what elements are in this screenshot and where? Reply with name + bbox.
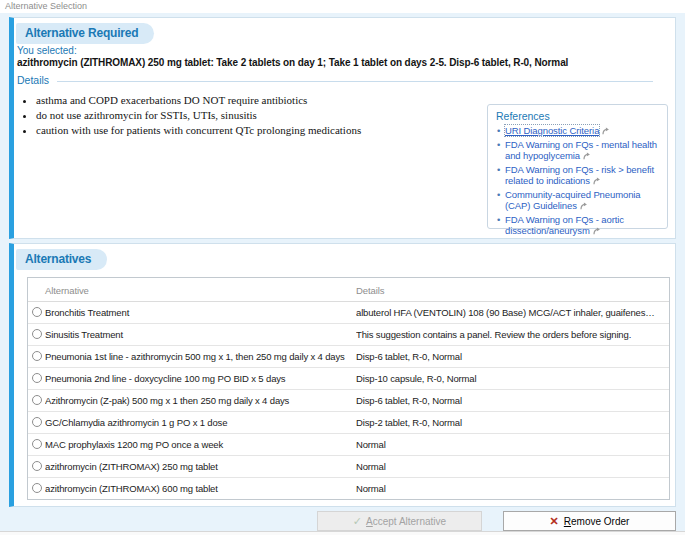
reference-item: FDA Warning on FQs - aortic dissection/a… bbox=[496, 214, 662, 238]
column-header-alternative: Alternative bbox=[45, 285, 89, 296]
reference-link[interactable]: FDA Warning on FQs - aortic dissection/a… bbox=[505, 214, 624, 237]
details-cell: Normal bbox=[356, 483, 666, 494]
table-row[interactable]: Azithromycin (Z-pak) 500 mg x 1 then 250… bbox=[28, 390, 669, 412]
radio-button[interactable] bbox=[32, 461, 42, 471]
references-list: URI Diagnostic Criteria FDA Warning on F… bbox=[496, 125, 662, 238]
reference-item: URI Diagnostic Criteria bbox=[496, 125, 662, 138]
bottom-strip bbox=[0, 531, 685, 535]
table-row[interactable]: Pneumonia 2nd line - doxycycline 100 mg … bbox=[28, 368, 669, 390]
reference-item: FDA Warning on FQs - risk > benefit rela… bbox=[496, 164, 662, 188]
external-link-icon bbox=[593, 226, 601, 238]
reference-link[interactable]: FDA Warning on FQs - risk > benefit rela… bbox=[505, 164, 654, 187]
details-bullet: asthma and COPD exacerbations DO NOT req… bbox=[36, 94, 486, 106]
radio-button[interactable] bbox=[32, 483, 42, 493]
radio-button[interactable] bbox=[32, 351, 42, 361]
table-row[interactable]: MAC prophylaxis 1200 mg PO once a week N… bbox=[28, 434, 669, 456]
details-divider bbox=[57, 81, 653, 82]
table-row[interactable]: Pneumonia 1st line - azithromycin 500 mg… bbox=[28, 346, 669, 368]
alternative-cell: Pneumonia 1st line - azithromycin 500 mg… bbox=[45, 351, 354, 362]
alternative-required-header: Alternative Required bbox=[16, 23, 154, 44]
radio-button[interactable] bbox=[32, 307, 42, 317]
radio-button[interactable] bbox=[32, 417, 42, 427]
details-cell: Disp-6 tablet, R-0, Normal bbox=[356, 351, 666, 362]
details-section-header: Details bbox=[17, 74, 661, 86]
details-cell: Disp-2 tablet, R-0, Normal bbox=[356, 417, 666, 428]
reference-link[interactable]: URI Diagnostic Criteria bbox=[505, 125, 599, 136]
external-link-icon bbox=[580, 201, 588, 213]
table-row[interactable]: Bronchitis Treatment albuterol HFA (VENT… bbox=[28, 302, 669, 324]
remove-order-button[interactable]: ✕Remove Order bbox=[503, 511, 676, 531]
alternative-required-panel: Alternative Required You selected: azith… bbox=[9, 17, 676, 239]
remove-label: emove Order bbox=[571, 516, 629, 527]
details-bullet-list: asthma and COPD exacerbations DO NOT req… bbox=[23, 94, 486, 139]
alternative-cell: azithromycin (ZITHROMAX) 600 mg tablet bbox=[45, 483, 354, 494]
references-title: References bbox=[496, 110, 662, 122]
table-row[interactable]: azithromycin (ZITHROMAX) 250 mg tablet N… bbox=[28, 456, 669, 478]
external-link-icon bbox=[583, 151, 591, 163]
alternative-cell: MAC prophylaxis 1200 mg PO once a week bbox=[45, 439, 354, 450]
alternative-cell: Bronchitis Treatment bbox=[45, 307, 354, 318]
alternative-cell: Azithromycin (Z-pak) 500 mg x 1 then 250… bbox=[45, 395, 354, 406]
details-cell: This suggestion contains a panel. Review… bbox=[356, 329, 666, 340]
alternative-cell: Pneumonia 2nd line - doxycycline 100 mg … bbox=[45, 373, 354, 384]
accept-label: ccept Alternative bbox=[373, 516, 446, 527]
alternative-cell: GC/Chlamydia azithromycin 1 g PO x 1 dos… bbox=[45, 417, 354, 428]
alternative-cell: azithromycin (ZITHROMAX) 250 mg tablet bbox=[45, 461, 354, 472]
details-cell: Disp-10 capsule, R-0, Normal bbox=[356, 373, 666, 384]
accept-accesskey: A bbox=[366, 516, 373, 527]
external-link-icon bbox=[602, 126, 610, 138]
details-label: Details bbox=[17, 74, 49, 86]
table-header-row: Alternative Details bbox=[28, 278, 669, 302]
checkmark-icon: ✓ bbox=[353, 515, 362, 527]
x-icon: ✕ bbox=[550, 515, 559, 527]
remove-accesskey: R bbox=[564, 516, 571, 527]
reference-item: FDA Warning on FQs - mental health and h… bbox=[496, 139, 662, 163]
you-selected-label: You selected: bbox=[17, 45, 77, 56]
alternative-cell: Sinusitis Treatment bbox=[45, 329, 354, 340]
details-cell: Normal bbox=[356, 461, 666, 472]
radio-button[interactable] bbox=[32, 439, 42, 449]
table-row[interactable]: GC/Chlamydia azithromycin 1 g PO x 1 dos… bbox=[28, 412, 669, 434]
radio-button[interactable] bbox=[32, 373, 42, 383]
column-header-details: Details bbox=[356, 285, 384, 296]
details-cell: albuterol HFA (VENTOLIN) 108 (90 Base) M… bbox=[356, 307, 666, 318]
details-cell: Normal bbox=[356, 439, 666, 450]
accept-alternative-button[interactable]: ✓Accept Alternative bbox=[317, 511, 482, 531]
reference-link[interactable]: FDA Warning on FQs - mental health and h… bbox=[505, 139, 657, 162]
reference-link[interactable]: Community-acquired Pneumonia (CAP) Guide… bbox=[505, 189, 641, 212]
selected-order-text: azithromycin (ZITHROMAX) 250 mg tablet: … bbox=[17, 57, 568, 68]
details-bullet: caution with use for patients with concu… bbox=[36, 124, 486, 136]
radio-button[interactable] bbox=[32, 329, 42, 339]
reference-item: Community-acquired Pneumonia (CAP) Guide… bbox=[496, 189, 662, 213]
table-row[interactable]: azithromycin (ZITHROMAX) 600 mg tablet N… bbox=[28, 478, 669, 499]
radio-button[interactable] bbox=[32, 395, 42, 405]
window-title: Alternative Selection bbox=[5, 1, 87, 11]
details-cell: Disp-6 tablet, R-0, Normal bbox=[356, 395, 666, 406]
alternatives-panel: Alternatives Alternative Details Bronchi… bbox=[9, 243, 676, 507]
external-link-icon bbox=[593, 176, 601, 188]
table-row[interactable]: Sinusitis Treatment This suggestion cont… bbox=[28, 324, 669, 346]
alternatives-table: Alternative Details Bronchitis Treatment… bbox=[27, 277, 670, 500]
alternatives-header: Alternatives bbox=[16, 249, 107, 270]
references-box: References URI Diagnostic Criteria FDA W… bbox=[487, 104, 668, 229]
details-bullet: do not use azithromycin for SSTIs, UTIs,… bbox=[36, 109, 486, 121]
